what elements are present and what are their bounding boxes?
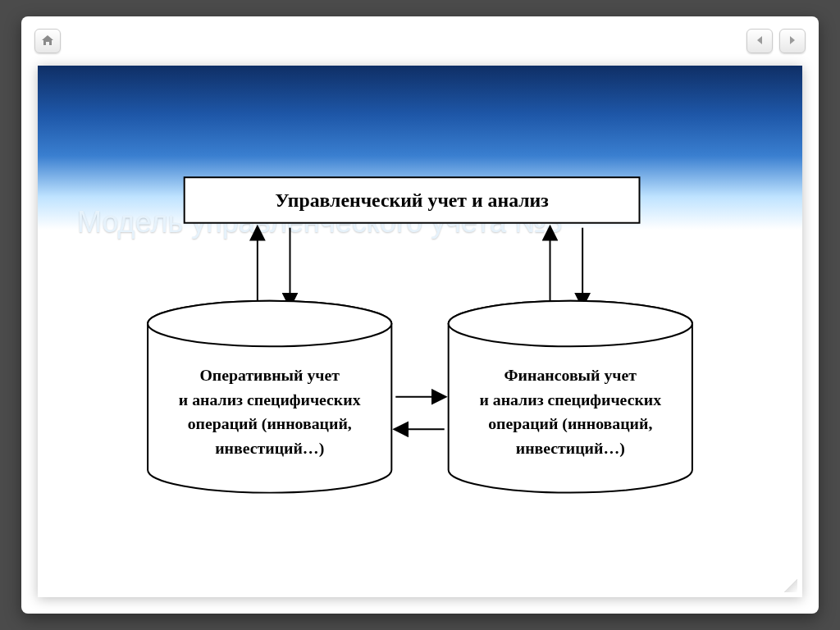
chevron-left-icon <box>756 35 764 48</box>
next-button[interactable] <box>779 29 806 53</box>
right-cylinder: Финансовый учет и анализ специфических о… <box>449 301 692 493</box>
prev-button[interactable] <box>746 29 773 53</box>
top-box-label: Управленческий учет и анализ <box>275 189 549 211</box>
top-box: Управленческий учет и анализ <box>185 177 640 222</box>
slide-stage: Модель управленческого учета №3 Управлен… <box>38 66 802 597</box>
home-button[interactable] <box>34 29 61 53</box>
toolbar <box>21 16 819 66</box>
right-cyl-line3: операций (инноваций, <box>488 414 652 433</box>
left-cyl-line1: Оперативный учет <box>199 366 340 384</box>
left-cyl-line4: инвестиций…) <box>215 439 324 458</box>
nav-buttons <box>746 29 806 53</box>
presentation-viewer: Модель управленческого учета №3 Управлен… <box>21 16 819 614</box>
home-icon <box>41 34 54 48</box>
left-cylinder: Оперативный учет и анализ специфических … <box>148 301 391 493</box>
right-cyl-line4: инвестиций…) <box>516 439 625 458</box>
svg-point-2 <box>148 301 391 346</box>
page-curl-icon <box>784 579 797 592</box>
left-cyl-line3: операций (инноваций, <box>188 414 352 433</box>
svg-point-4 <box>449 301 692 346</box>
diagram-area: Управленческий учет и анализ Оперативный… <box>71 164 769 581</box>
right-cyl-line2: и анализ специфических <box>479 390 661 409</box>
right-cyl-line1: Финансовый учет <box>504 366 637 384</box>
left-cyl-line2: и анализ специфических <box>179 390 361 409</box>
chevron-right-icon <box>788 35 797 48</box>
